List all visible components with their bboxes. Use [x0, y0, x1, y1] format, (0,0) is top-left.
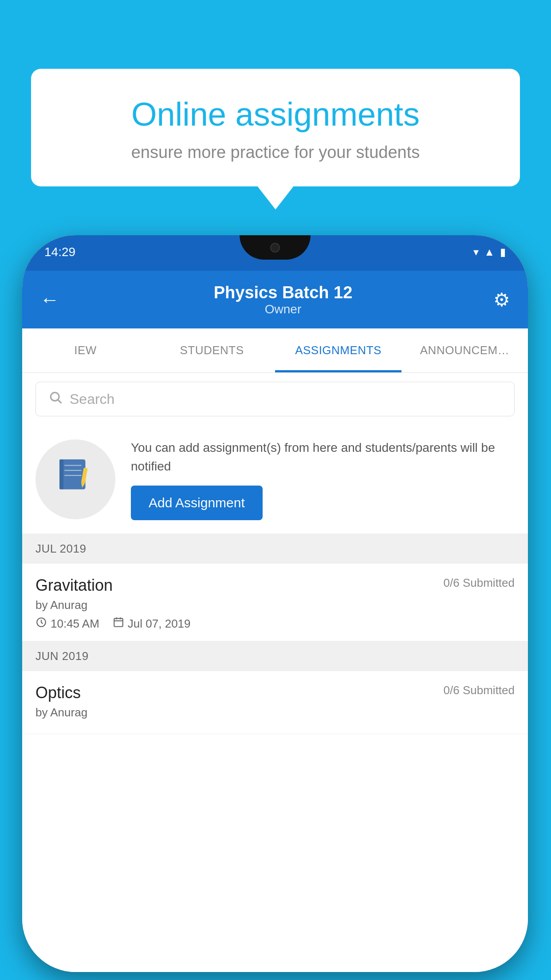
back-button[interactable]: ←: [40, 288, 59, 311]
info-card: You can add assignment(s) from here and …: [22, 425, 528, 534]
app-bar-title: Physics Batch 12: [73, 283, 493, 302]
assignment-submitted-gravitation: 0/6 Submitted: [444, 576, 515, 590]
search-bar[interactable]: Search: [35, 382, 515, 416]
battery-icon: ▮: [500, 246, 506, 258]
assignment-item-gravitation[interactable]: Gravitation 0/6 Submitted by Anurag 10:4…: [22, 564, 528, 641]
assignment-item-optics[interactable]: Optics 0/6 Submitted by Anurag: [22, 671, 528, 734]
wifi-icon: ▾: [473, 246, 479, 258]
assignment-time-value: 10:45 AM: [51, 617, 99, 631]
calendar-icon: [113, 616, 124, 631]
speech-bubble-arrow: [257, 186, 294, 209]
tabs-bar: IEW STUDENTS ASSIGNMENTS ANNOUNCEM…: [22, 328, 528, 373]
status-icons: ▾ ▲ ▮: [473, 246, 506, 258]
search-container: Search: [22, 373, 528, 425]
tab-assignments[interactable]: ASSIGNMENTS: [275, 328, 401, 372]
status-time: 14:29: [44, 245, 75, 259]
assignment-row1: Gravitation 0/6 Submitted: [35, 576, 515, 595]
assignment-date-gravitation: Jul 07, 2019: [113, 616, 191, 631]
app-bar: ← Physics Batch 12 Owner ⚙: [22, 271, 528, 328]
assignment-author-optics: by Anurag: [35, 706, 515, 719]
app-bar-subtitle: Owner: [73, 302, 493, 316]
assignment-name-optics: Optics: [35, 684, 81, 702]
tab-announcements[interactable]: ANNOUNCEM…: [401, 328, 528, 372]
svg-point-0: [51, 392, 59, 401]
speech-bubble: Online assignments ensure more practice …: [31, 69, 520, 186]
assignment-time-gravitation: 10:45 AM: [35, 616, 99, 631]
assignment-author-gravitation: by Anurag: [35, 598, 515, 612]
assignment-name-gravitation: Gravitation: [35, 576, 113, 595]
speech-bubble-subtitle: ensure more practice for your students: [62, 143, 489, 162]
info-text-section: You can add assignment(s) from here and …: [131, 439, 515, 520]
info-icon-circle: [35, 439, 115, 519]
assignment-row1-optics: Optics 0/6 Submitted: [35, 684, 515, 702]
tab-students[interactable]: STUDENTS: [149, 328, 275, 372]
svg-line-1: [58, 400, 61, 403]
status-bar-bg: 14:29 ▾ ▲ ▮: [22, 235, 528, 271]
add-assignment-button[interactable]: Add Assignment: [131, 486, 263, 520]
section-header-jun-2019: JUN 2019: [22, 641, 528, 671]
speech-bubble-container: Online assignments ensure more practice …: [31, 69, 520, 186]
camera-dot: [270, 243, 280, 253]
assignment-submitted-optics: 0/6 Submitted: [444, 684, 515, 697]
signal-icon: ▲: [484, 246, 495, 258]
svg-rect-3: [59, 459, 63, 490]
settings-button[interactable]: ⚙: [493, 289, 510, 311]
clock-icon: [35, 616, 47, 631]
phone-frame: 14:29 ▾ ▲ ▮ ← Physics Batch 12 Owner ⚙: [22, 235, 528, 972]
search-icon: [48, 390, 63, 408]
content-area: Search: [22, 373, 528, 972]
speech-bubble-title: Online assignments: [62, 95, 489, 133]
svg-rect-10: [114, 618, 123, 626]
app-bar-title-section: Physics Batch 12 Owner: [73, 283, 493, 316]
assignment-meta-gravitation: 10:45 AM Jul 07, 2019: [35, 616, 515, 631]
section-header-jul-2019: JUL 2019: [22, 534, 528, 564]
search-placeholder: Search: [70, 391, 114, 407]
notebook-icon: [55, 455, 95, 504]
phone-screen: 14:29 ▾ ▲ ▮ ← Physics Batch 12 Owner ⚙: [22, 235, 528, 972]
info-description: You can add assignment(s) from here and …: [131, 439, 515, 476]
tab-iew[interactable]: IEW: [22, 328, 149, 372]
assignment-date-value: Jul 07, 2019: [128, 617, 191, 631]
